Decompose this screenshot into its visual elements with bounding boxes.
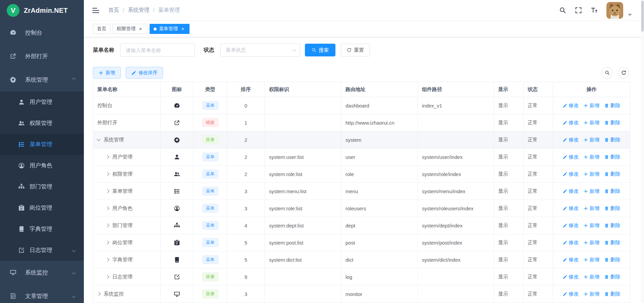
reset-button[interactable]: 重置 xyxy=(341,44,370,56)
delete-link[interactable]: 删除 xyxy=(604,188,621,194)
sort-button[interactable]: 修改排序 xyxy=(126,67,163,79)
sidebar-item-8[interactable]: 岗位管理 xyxy=(0,197,84,218)
search-button[interactable]: 搜索 xyxy=(305,44,335,56)
delete-link[interactable]: 删除 xyxy=(604,257,621,263)
menu-table: 菜单名称图标类型排序权限标识路由地址组件路径显示状态操作 控制台菜单0dashb… xyxy=(93,82,630,303)
edit-link[interactable]: 修改 xyxy=(563,188,579,194)
edit-link[interactable]: 修改 xyxy=(563,291,579,297)
scrollbar-thumb[interactable] xyxy=(641,1,644,32)
add-link[interactable]: 新增 xyxy=(584,257,600,263)
breadcrumb-item[interactable]: 首页 xyxy=(108,7,119,14)
tree-toggle-icon[interactable] xyxy=(105,155,109,159)
tab-2[interactable]: 菜单管理× xyxy=(150,24,190,34)
menu-name: 系统监控 xyxy=(104,291,124,297)
tab-1[interactable]: 权限管理× xyxy=(113,24,147,34)
add-link[interactable]: 新增 xyxy=(584,137,600,143)
refresh-table-button[interactable] xyxy=(618,67,629,79)
delete-link[interactable]: 删除 xyxy=(604,137,621,143)
sidebar-item-6[interactable]: 用户角色 xyxy=(0,155,84,176)
tree-toggle-icon[interactable] xyxy=(105,206,109,210)
edit-link[interactable]: 修改 xyxy=(563,154,579,160)
tree-toggle-icon[interactable] xyxy=(105,258,109,261)
type-tag: 链接 xyxy=(202,118,218,127)
delete-link[interactable]: 删除 xyxy=(604,222,621,229)
column-header: 类型 xyxy=(194,82,227,97)
sidebar-item-9[interactable]: 字典管理 xyxy=(0,218,84,240)
avatar[interactable] xyxy=(606,2,623,19)
add-link[interactable]: 新增 xyxy=(584,274,600,280)
edit-link[interactable]: 修改 xyxy=(563,137,579,143)
add-link[interactable]: 新增 xyxy=(584,222,600,229)
add-link[interactable]: 新增 xyxy=(584,205,600,212)
sidebar-item-7[interactable]: 部门管理 xyxy=(0,176,84,197)
trash-icon xyxy=(604,206,609,211)
add-link[interactable]: 新增 xyxy=(584,291,600,297)
toggle-search-button[interactable] xyxy=(601,67,613,79)
delete-link[interactable]: 删除 xyxy=(604,154,621,160)
tree-toggle-icon[interactable] xyxy=(105,172,109,176)
sidebar-item-label: 用户管理 xyxy=(30,98,52,106)
scrollbar[interactable] xyxy=(641,0,644,303)
sidebar-item-11[interactable]: 系统监控 xyxy=(0,261,84,284)
sidebar-item-0[interactable]: 控制台 xyxy=(0,21,84,44)
sidebar-item-4[interactable]: 权限管理 xyxy=(0,113,84,134)
user-menu-caret-icon[interactable] xyxy=(628,14,632,16)
add-link[interactable]: 新增 xyxy=(584,171,600,177)
edit-link[interactable]: 修改 xyxy=(563,257,579,263)
add-link[interactable]: 新增 xyxy=(584,240,600,246)
tree-toggle-icon[interactable] xyxy=(97,137,100,141)
plus-icon xyxy=(584,155,588,159)
sidebar-item-5[interactable]: 菜单管理 xyxy=(0,134,84,155)
tab-close-icon[interactable]: × xyxy=(180,26,185,32)
dict-icon xyxy=(174,257,180,263)
tree-toggle-icon[interactable] xyxy=(97,292,100,296)
add-link[interactable]: 新增 xyxy=(584,154,600,160)
sidebar-menu: 控制台外部打开系统管理用户管理权限管理菜单管理用户角色部门管理岗位管理字典管理日… xyxy=(0,21,84,303)
tree-toggle-icon[interactable] xyxy=(105,275,109,278)
delete-link[interactable]: 删除 xyxy=(604,120,621,126)
status-select[interactable]: 菜单状态 xyxy=(220,43,300,57)
add-link[interactable]: 新增 xyxy=(584,120,600,126)
delete-link[interactable]: 删除 xyxy=(604,171,621,177)
tab-close-icon[interactable]: × xyxy=(138,26,143,32)
tab-0[interactable]: 首页 xyxy=(93,24,110,34)
table-wrap: 菜单名称图标类型排序权限标识路由地址组件路径显示状态操作 控制台菜单0dashb… xyxy=(93,82,629,303)
add-button[interactable]: 新增 xyxy=(93,67,121,79)
sidebar-item-3[interactable]: 用户管理 xyxy=(0,91,84,113)
app-logo[interactable]: V ZrAdmin.NET xyxy=(0,0,84,21)
edit-link[interactable]: 修改 xyxy=(563,171,579,177)
font-size-icon[interactable] xyxy=(591,7,598,14)
edit-link[interactable]: 修改 xyxy=(563,205,579,212)
type-tag: 目录 xyxy=(202,290,218,298)
op-label: 修改 xyxy=(569,222,579,229)
sidebar-item-1[interactable]: 外部打开 xyxy=(0,44,84,68)
type-tag: 菜单 xyxy=(202,170,218,178)
edit-link[interactable]: 修改 xyxy=(563,102,579,109)
route-cell: menu xyxy=(341,183,418,200)
fullscreen-icon[interactable] xyxy=(575,7,582,14)
delete-link[interactable]: 删除 xyxy=(604,240,621,246)
plus-icon xyxy=(584,172,588,176)
delete-link[interactable]: 删除 xyxy=(604,274,621,280)
edit-link[interactable]: 修改 xyxy=(563,120,579,126)
menu-name-input[interactable] xyxy=(120,43,195,57)
hamburger-icon[interactable] xyxy=(92,7,100,14)
edit-link[interactable]: 修改 xyxy=(563,222,579,229)
add-button-label: 新增 xyxy=(106,70,115,76)
tree-toggle-icon[interactable] xyxy=(105,189,109,193)
delete-link[interactable]: 删除 xyxy=(604,291,621,297)
delete-link[interactable]: 删除 xyxy=(604,102,621,109)
search-icon[interactable] xyxy=(559,7,566,14)
sidebar-item-10[interactable]: 日志管理 xyxy=(0,240,84,261)
delete-link[interactable]: 删除 xyxy=(604,205,621,212)
add-link[interactable]: 新增 xyxy=(584,188,600,194)
app-title: ZrAdmin.NET xyxy=(24,7,68,14)
add-link[interactable]: 新增 xyxy=(584,102,600,109)
edit-link[interactable]: 修改 xyxy=(563,240,579,246)
tree-toggle-icon[interactable] xyxy=(105,241,109,244)
edit-link[interactable]: 修改 xyxy=(563,274,579,280)
tree-toggle-icon[interactable] xyxy=(105,223,109,227)
breadcrumb-item[interactable]: 系统管理 xyxy=(128,7,149,14)
sidebar-item-2[interactable]: 系统管理 xyxy=(0,68,84,91)
sidebar-item-12[interactable]: 文章管理 xyxy=(0,284,84,303)
